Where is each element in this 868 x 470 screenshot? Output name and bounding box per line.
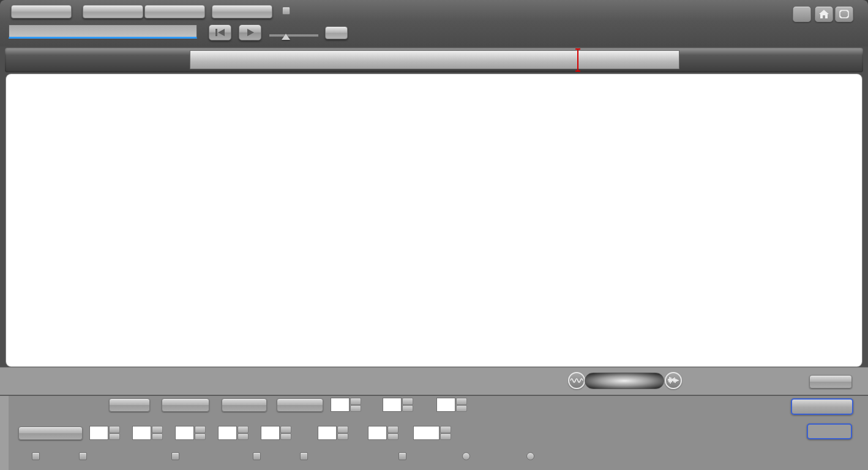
tempo-worm-left-button[interactable]: [568, 372, 585, 389]
tempo-min-stepper[interactable]: [195, 426, 206, 440]
ioi-button[interactable]: [807, 423, 852, 439]
control-panel: [0, 396, 868, 470]
pickup-beats-value[interactable]: [383, 398, 402, 412]
skip-to-start-button[interactable]: [209, 25, 231, 40]
smooth-checkbox[interactable]: [171, 452, 179, 460]
waveform-overview-panel: [5, 48, 863, 72]
window-param-stepper[interactable]: [440, 426, 451, 440]
waveform-playhead[interactable]: [577, 48, 578, 72]
tempo-dynamics-mode-button[interactable]: [18, 426, 83, 440]
play-button[interactable]: [239, 25, 261, 40]
waveform-track[interactable]: [190, 50, 679, 69]
dynamics-checkbox[interactable]: [398, 452, 406, 460]
skip-to-start-icon: [214, 28, 226, 37]
status-bar: [0, 367, 868, 395]
sine-wave-icon: [570, 376, 583, 385]
dynamics-zoom-value[interactable]: [368, 426, 387, 440]
end-bar-value[interactable]: [132, 426, 151, 440]
app-window: [0, 0, 868, 470]
dynamics-alpha-value[interactable]: [318, 426, 337, 440]
line-width-stepper[interactable]: [280, 426, 291, 440]
waveform-graphic: [190, 51, 679, 69]
tempo-chart-panel: [6, 74, 862, 366]
tempo-worm-right-button[interactable]: [665, 372, 682, 389]
start-bar-stepper[interactable]: [109, 426, 120, 440]
dense-waveform-icon: [667, 376, 679, 385]
dynamics-alpha-stepper[interactable]: [337, 426, 348, 440]
delete-button[interactable]: [109, 398, 150, 412]
page-turn-checkbox[interactable]: [282, 7, 290, 15]
start-bar-value[interactable]: [89, 426, 108, 440]
fullscreen-button[interactable]: [835, 6, 853, 22]
speed-slider-thumb[interactable]: [282, 34, 290, 40]
window-param-value[interactable]: [413, 426, 440, 440]
beat-points-checkbox[interactable]: [253, 452, 261, 460]
share-screenshot-button[interactable]: [791, 398, 853, 415]
beats-per-bar-stepper[interactable]: [350, 398, 361, 412]
home-button[interactable]: [815, 6, 833, 22]
tempo-max-stepper[interactable]: [238, 426, 249, 440]
home-icon: [818, 9, 829, 19]
end-bar-stepper[interactable]: [152, 426, 163, 440]
worm-balance-slider[interactable]: [585, 373, 664, 389]
no-click-checkbox[interactable]: [32, 452, 40, 460]
load-button[interactable]: [277, 398, 323, 412]
average-tempo-checkbox[interactable]: [300, 452, 308, 460]
save-button[interactable]: [222, 398, 267, 412]
curve-radio[interactable]: [462, 452, 470, 460]
speed-slider-track[interactable]: [269, 34, 318, 36]
bar-shift-value[interactable]: [436, 398, 455, 412]
reset-button[interactable]: [325, 26, 348, 39]
bar-shift-stepper[interactable]: [456, 398, 467, 412]
dynamics-zoom-stepper[interactable]: [387, 426, 398, 440]
follow-music-checkbox[interactable]: [79, 452, 87, 460]
beat-mark-button[interactable]: [212, 5, 272, 18]
top-toolbar: [0, 0, 868, 47]
waveform-button[interactable]: [83, 5, 143, 18]
upload-music-button[interactable]: [11, 5, 72, 18]
v2-version-button[interactable]: [793, 6, 811, 22]
snap-button[interactable]: [162, 398, 209, 412]
spectrum-button[interactable]: [144, 5, 205, 18]
play-icon: [245, 28, 255, 37]
tempo-max-value[interactable]: [218, 426, 237, 440]
screenshot-button[interactable]: [809, 375, 852, 389]
line-width-value[interactable]: [261, 426, 280, 440]
tempo-chart[interactable]: [6, 74, 862, 366]
track-name-input[interactable]: [9, 25, 197, 39]
tempo-min-value[interactable]: [175, 426, 194, 440]
fullscreen-icon: [839, 9, 850, 19]
beats-per-bar-value[interactable]: [331, 398, 350, 412]
pickup-beats-stepper[interactable]: [402, 398, 413, 412]
worm-radio[interactable]: [526, 452, 534, 460]
